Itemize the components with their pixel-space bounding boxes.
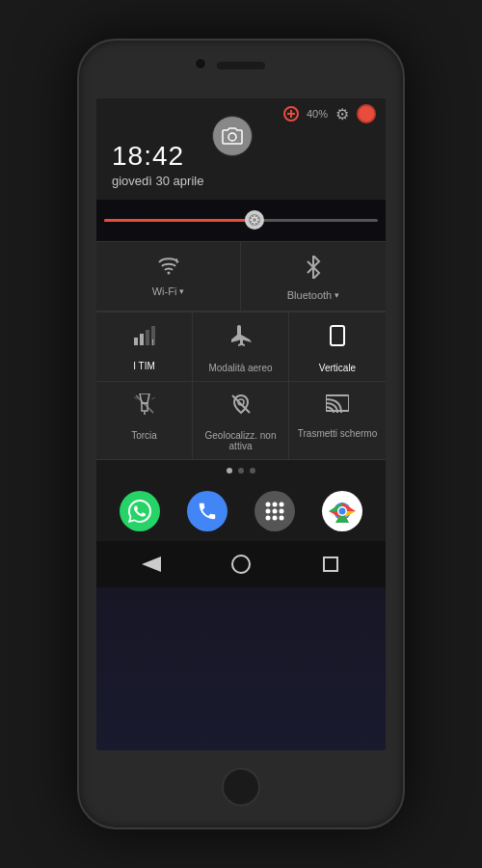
brightness-thumb-inner [247,212,262,228]
svg-point-9 [167,272,170,275]
svg-point-32 [280,509,284,514]
airplane-icon [229,324,253,352]
back-button[interactable] [138,551,165,578]
signal-icon: ! [134,324,155,350]
bluetooth-icon [304,256,323,284]
flashlight-tile[interactable]: Torcia [96,382,193,460]
camera-app-icon[interactable] [212,116,253,156]
svg-line-8 [252,222,254,224]
svg-line-6 [256,222,258,224]
svg-point-0 [253,218,257,223]
cast-label: Trasmetti schermo [298,428,377,439]
brightness-thumb[interactable] [245,210,264,230]
svg-point-39 [339,508,346,515]
bluetooth-toggle[interactable]: Bluetooth ▾ [241,242,386,312]
rotate-icon [327,324,348,352]
location-label: Geolocalizz. non attiva [197,430,284,451]
launcher-icon[interactable] [254,491,295,531]
quick-settings-3col: ! I TIM Modalità aereo [96,312,386,460]
page-indicator [96,460,386,481]
phone-icon[interactable] [187,491,228,531]
wifi-toggle[interactable]: ! Wi-Fi ▾ [96,242,241,312]
chrome-icon[interactable] [322,491,362,531]
quick-settings-grid: ! Wi-Fi ▾ Blueto [96,241,386,312]
svg-rect-16 [331,326,344,345]
svg-point-31 [273,509,278,514]
location-icon [230,393,252,420]
dot-1 [227,468,232,474]
rotate-label: Verticale [319,363,356,373]
svg-point-30 [266,509,271,514]
svg-rect-11 [134,338,138,345]
settings-icon[interactable]: ⚙ [335,105,349,123]
svg-point-40 [228,133,236,141]
dot-3 [250,468,255,474]
phone-camera [195,58,206,69]
rotate-tile[interactable]: Verticale [289,312,386,382]
brightness-track [104,219,378,222]
svg-point-29 [280,502,284,507]
whatsapp-icon[interactable] [120,491,160,531]
svg-line-7 [256,217,258,219]
svg-rect-12 [140,334,144,345]
physical-home-button[interactable] [222,768,260,806]
signal-label: I TIM [133,361,155,371]
signal-tile[interactable]: ! I TIM [96,312,193,382]
cast-icon [326,393,349,418]
svg-line-5 [252,217,254,219]
notification-panel: 40% ⚙ 18:42 giovedì 30 aprile [96,98,386,587]
svg-line-21 [151,397,155,399]
location-tile[interactable]: Geolocalizz. non attiva [193,382,289,460]
brightness-fill [104,219,254,222]
record-button[interactable] [357,104,376,123]
bluetooth-chevron: ▾ [335,290,339,300]
wifi-chevron: ▾ [179,286,184,296]
svg-point-35 [280,516,284,521]
app-dock [96,481,386,541]
svg-point-27 [266,502,271,507]
wifi-label: Wi-Fi ▾ [152,285,185,297]
date: giovedì 30 aprile [112,174,370,188]
svg-rect-13 [146,330,149,345]
brightness-slider[interactable] [104,213,378,228]
phone-speaker [217,62,265,69]
bluetooth-label: Bluetooth ▾ [287,289,339,301]
flashlight-icon [134,393,155,420]
battery-icon [283,106,299,122]
svg-marker-41 [142,556,161,572]
svg-text:!: ! [151,338,154,345]
flashlight-label: Torcia [131,430,157,441]
recents-button[interactable] [317,551,344,578]
svg-text:!: ! [175,257,178,265]
dot-2 [238,468,244,474]
airplane-label: Modalità aereo [208,363,272,373]
battery-percent: 40% [307,108,328,120]
home-button[interactable] [228,551,254,578]
cast-tile[interactable]: Trasmetti schermo [289,382,386,460]
airplane-tile[interactable]: Modalità aereo [193,312,289,382]
svg-point-34 [273,516,278,521]
svg-point-33 [266,516,271,521]
wifi-icon: ! [157,256,180,280]
svg-point-28 [273,502,278,507]
phone-screen: 40% ⚙ 18:42 giovedì 30 aprile [96,98,386,750]
navigation-bar [96,541,386,587]
